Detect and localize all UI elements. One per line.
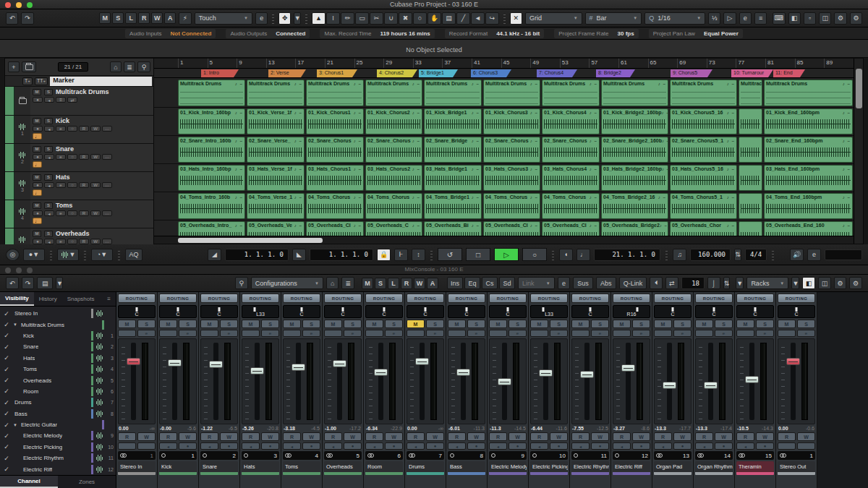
read-automation-button[interactable]: R xyxy=(571,432,590,441)
pan-control[interactable]: C xyxy=(200,305,238,318)
listen-button[interactable] xyxy=(571,330,590,337)
listen-button[interactable] xyxy=(778,330,796,337)
pan-control[interactable]: C xyxy=(118,305,156,318)
write-automation-button[interactable]: W xyxy=(385,432,403,441)
edit-channel-button[interactable]: e xyxy=(302,330,320,337)
write-automation-button[interactable]: W xyxy=(302,432,320,441)
write-automation-button[interactable]: W xyxy=(797,432,815,441)
monitor-button[interactable]: ◂ xyxy=(242,442,260,450)
fader-track[interactable] xyxy=(791,343,796,420)
track-mute-button[interactable]: M xyxy=(33,231,41,237)
audio-event[interactable]: 03_Hats_Intro_160bp♪ ~ xyxy=(178,165,245,191)
listen-button[interactable] xyxy=(283,330,301,337)
edit-channel-button[interactable]: e xyxy=(426,330,444,337)
write-automation-button[interactable]: W xyxy=(509,432,527,441)
punch-in-icon[interactable]: ◢ xyxy=(208,249,221,261)
snap-icon[interactable]: ✕ xyxy=(510,12,522,25)
mc-zoom-out-icon[interactable]: ⏴ xyxy=(650,277,663,289)
mc-suspend-button[interactable]: Sus xyxy=(573,277,593,289)
freeze-icon[interactable]: ○ xyxy=(67,210,77,216)
read-automation-button[interactable]: R xyxy=(242,432,260,441)
channel-mute-button[interactable]: M xyxy=(695,320,713,328)
audio-alignment-button[interactable]: AQ xyxy=(125,249,142,261)
flatten-icon[interactable]: ≡ xyxy=(754,12,767,25)
mc-automation-button-l[interactable]: L xyxy=(388,278,399,289)
pan-control[interactable]: L33 xyxy=(242,305,279,318)
read-automation-button[interactable]: R xyxy=(736,432,754,441)
control-room-edit-icon[interactable]: e xyxy=(807,249,821,261)
channel-name[interactable]: Electric Riff xyxy=(613,461,650,472)
visibility-item[interactable]: ✓Electric Rhythm11 xyxy=(0,453,116,463)
track-solo-button[interactable]: S xyxy=(44,202,53,209)
fader-track[interactable] xyxy=(296,343,301,420)
fader-cap[interactable] xyxy=(539,369,553,377)
more-options-icon[interactable]: ⋯ xyxy=(102,210,112,216)
write-automation-button[interactable]: W xyxy=(344,432,362,441)
setup-window-layout-icon[interactable]: ⚙ xyxy=(834,12,846,25)
mc-link-select[interactable]: Link▼ xyxy=(518,277,555,289)
channel-solo-button[interactable]: S xyxy=(137,320,156,328)
fader-cap[interactable] xyxy=(745,376,759,383)
audio-event[interactable]: 05_Overheads_Ve♪ ~ xyxy=(247,221,305,236)
pan-control[interactable]: C xyxy=(778,305,815,318)
monitor-icon[interactable]: ◂ xyxy=(44,154,54,160)
split-tool-icon[interactable]: ✂ xyxy=(370,12,383,25)
audio-event[interactable]: 02_Snare_Chorus5_1♪ ~ xyxy=(670,137,737,163)
visibility-tab-visibility[interactable]: Visibility xyxy=(0,292,34,306)
vertical-scroll-thumb[interactable] xyxy=(856,69,862,108)
folder-part[interactable]: Multitrack Drums♪ ~ xyxy=(764,80,853,106)
mc-home-icon[interactable]: ⌂ xyxy=(326,277,339,289)
read-automation-button[interactable]: R xyxy=(283,432,301,441)
audio-event[interactable]: 01_Kick_End_160bpm♪ ~ xyxy=(764,108,853,134)
record-enable-icon[interactable]: ● xyxy=(33,239,43,244)
undo-icon[interactable]: ↶ xyxy=(6,12,18,25)
track-solo-button[interactable]: S xyxy=(44,231,53,237)
record-enable-button[interactable]: ● xyxy=(261,442,279,450)
record-enable-button[interactable]: ● xyxy=(344,442,362,450)
track-mute-button[interactable]: M xyxy=(33,89,41,95)
write-automation-button[interactable]: W xyxy=(137,432,156,441)
pan-control[interactable]: C xyxy=(324,305,362,318)
more-options-icon[interactable]: ⋯ xyxy=(102,154,112,160)
fader-cap[interactable] xyxy=(127,358,140,365)
visible-check-icon[interactable]: ✓ xyxy=(0,366,13,373)
channel-solo-button[interactable]: S xyxy=(797,320,815,328)
monitor-button[interactable]: ◂ xyxy=(159,442,177,450)
visibility-item[interactable]: ✓Stereo In xyxy=(0,308,116,319)
pan-control[interactable]: C xyxy=(736,305,774,318)
write-automation-icon[interactable]: W xyxy=(90,126,101,132)
write-automation-icon[interactable]: W xyxy=(90,210,101,216)
visibility-item[interactable]: ✓Snare2 xyxy=(0,341,116,352)
write-automation-icon[interactable]: W xyxy=(90,239,101,244)
mc-height-spinner-icon[interactable]: ⇅ xyxy=(723,277,731,289)
write-automation-icon[interactable]: W xyxy=(90,154,101,160)
read-automation-button[interactable]: R xyxy=(159,432,177,441)
audio-event[interactable]: 01_Kick_Intro_160bp♪ ~ xyxy=(178,108,245,134)
automation-panel-icon[interactable]: ⚡ xyxy=(179,12,191,25)
mc-setup-layout-icon[interactable]: ⚙ xyxy=(834,277,847,289)
audio-event[interactable]: 02_Snare_Bridge2_160b♪ ~ xyxy=(601,137,668,163)
bottom-tab-channel[interactable]: Channel xyxy=(0,476,58,488)
monitor-button[interactable]: ◂ xyxy=(324,442,342,450)
record-enable-button[interactable]: ● xyxy=(220,442,238,450)
channel-solo-button[interactable]: S xyxy=(302,320,320,328)
channel-solo-button[interactable]: S xyxy=(550,320,568,328)
mc-racks-dropdown-icon[interactable]: ▼ xyxy=(791,277,799,289)
folder-part[interactable]: Multitrack Drums♪ ~ xyxy=(247,80,305,106)
listen-button[interactable] xyxy=(695,330,713,337)
write-automation-button[interactable]: W xyxy=(715,432,733,441)
audio-event[interactable]: 04_Toms_Chorus♪ ~ xyxy=(365,193,422,219)
more-options-icon[interactable]: ⋯ xyxy=(102,239,112,244)
musical-mode-icon[interactable]: ♩ xyxy=(33,161,42,168)
time-signature-field[interactable]: 4/4 xyxy=(745,249,767,261)
folder-part[interactable]: Multitrack Drums♪ ~ xyxy=(542,80,600,106)
listen-button[interactable] xyxy=(448,330,466,337)
mc-racks-select[interactable]: Racks▼ xyxy=(746,277,788,289)
monitor-icon[interactable]: ◂ xyxy=(44,210,54,216)
read-automation-button[interactable]: R xyxy=(407,432,425,441)
visibility-item[interactable]: ✓Kick1 xyxy=(0,330,116,341)
automation-button-a[interactable]: A xyxy=(164,12,176,24)
record-enable-button[interactable]: ● xyxy=(426,442,444,450)
audio-event[interactable] xyxy=(739,221,762,236)
autoscroll-dropdown-icon[interactable]: ▼ xyxy=(294,12,301,25)
